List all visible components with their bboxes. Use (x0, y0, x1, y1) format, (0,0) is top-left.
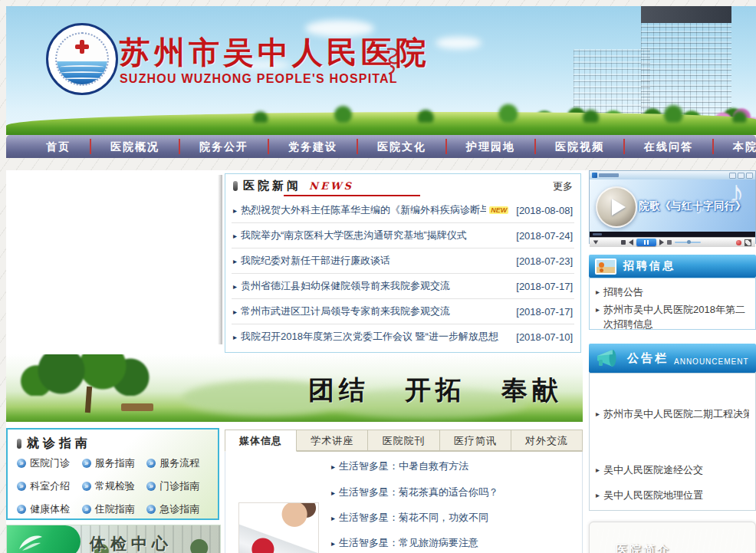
announcement-header: 公告栏 ANNOUNCEMENT (589, 344, 756, 373)
checkup-center-title: 体检中心 (90, 533, 173, 553)
tab-journal[interactable]: 医院院刊 (368, 430, 439, 451)
announcement-subtitle: ANNOUNCEMENT (674, 357, 749, 366)
news-item-title[interactable]: 贵州省德江县妇幼保健院领导前来我院参观交流 (241, 279, 450, 293)
play-button[interactable] (596, 186, 637, 228)
recruit-panel: ▸ 招聘公告 ▸ 苏州市吴中人民医院2018年第二次招聘信息 (589, 278, 756, 330)
hospital-news-panel: 医院新闻 NEWS 更多 ▸ 热烈祝贺大外科主任陈革华主编的《新编外科疾病诊断与… (225, 173, 581, 353)
news-item-title[interactable]: 我院召开2018年度第三次党委工作会议 暨“进一步解放思想 (241, 330, 498, 344)
guide-link-outpatient[interactable]: »医院门诊 (17, 456, 81, 470)
player-title-bar (590, 171, 755, 179)
minimize-icon[interactable] (729, 173, 736, 179)
main-navigation: 首页 医院概况 院务公开 党务建设 医院文化 护理园地 医院视频 在线问答 本院… (6, 135, 756, 158)
news-header: 医院新闻 NEWS 更多 (225, 174, 580, 198)
arrow-icon: ▸ (233, 206, 237, 215)
recruit-title: 招聘信息 (623, 259, 675, 273)
announcement-link[interactable]: ▸ 吴中人民医院地理位置 (596, 489, 749, 503)
volume-slider[interactable] (675, 242, 701, 243)
menu-icon[interactable] (593, 241, 598, 245)
tree-trunk (85, 387, 92, 413)
nav-item-home[interactable]: 首页 (26, 135, 90, 158)
news-item-row[interactable]: ▸ 热烈祝贺大外科主任陈革华主编的《新编外科疾病诊断与治 NEW [2018-0… (232, 198, 574, 223)
tab-lectures[interactable]: 学术讲座 (297, 430, 368, 451)
tab-media-info[interactable]: 媒体信息 (225, 430, 297, 452)
news-item-title[interactable]: 热烈祝贺大外科主任陈革华主编的《新编外科疾病诊断与治 (241, 203, 486, 217)
close-icon[interactable] (746, 173, 753, 179)
slideshow-placeholder (6, 170, 222, 349)
treeline (205, 103, 756, 123)
tab-strip: 媒体信息 学术讲座 医院院刊 医疗简讯 对外交流 (225, 430, 583, 452)
news-item-title[interactable]: 我院纪委对新任干部进行廉政谈话 (241, 254, 390, 268)
slogan-banner: 团结 开拓 奉献 (6, 354, 583, 422)
news-item-row[interactable]: ▸ 我院召开2018年度第三次党委工作会议 暨“进一步解放思想 [2018-07… (232, 324, 574, 349)
guide-link-service-flow[interactable]: »服务流程 (146, 456, 210, 470)
player-controls (590, 237, 755, 247)
guide-link-health-checkup[interactable]: »健康体检 (17, 502, 81, 516)
post-link[interactable]: ▸ 生活智多星：菊花茶真的适合你吗？ (331, 486, 498, 499)
arrow-icon: ▸ (331, 462, 335, 471)
pause-button[interactable] (636, 239, 656, 246)
guide-link-outpatient-guide[interactable]: »门诊指南 (146, 479, 210, 493)
playlist-icon[interactable] (667, 240, 672, 245)
red-underline (284, 195, 420, 196)
tab-exchange[interactable]: 对外交流 (511, 430, 583, 451)
post-link[interactable]: ▸ 生活智多星：中暑自救有方法 (331, 459, 468, 473)
media-tabs-panel: 媒体信息 学术讲座 医院院刊 医疗简讯 对外交流 ▸ 生活智多星：中暑自救有方法… (225, 430, 583, 553)
player-viewport[interactable]: ♪ ♪ 院歌《与红十字同行》 (590, 179, 755, 232)
nav-item-nursing[interactable]: 护理园地 (446, 135, 535, 158)
nav-item-video[interactable]: 医院视频 (535, 135, 624, 158)
recruit-link[interactable]: ▸ 招聘公告 (596, 285, 749, 300)
announcement-link[interactable]: ▸ 吴中人民医院途经公交 (596, 463, 749, 478)
calligraphy-seal-icon (383, 46, 403, 77)
previous-icon[interactable] (629, 239, 633, 245)
fullscreen-icon[interactable] (744, 239, 751, 246)
video-player[interactable]: ♪ ♪ 院歌《与红十字同行》 (589, 170, 756, 244)
intro-building-photo: 医院简介 (597, 529, 748, 553)
building-roof (641, 6, 731, 23)
guide-link-emergency-guide[interactable]: »急诊指南 (146, 502, 210, 516)
next-icon[interactable] (659, 239, 664, 245)
recruit-photo-icon (595, 258, 616, 275)
arrow-icon: ▸ (331, 539, 335, 548)
news-more-link[interactable]: 更多 (553, 179, 573, 193)
news-item-row[interactable]: ▸ 贵州省德江县妇幼保健院领导前来我院参观交流 [2018-07-17] (232, 274, 574, 299)
maximize-icon[interactable] (738, 173, 744, 179)
circle-arrow-icon: » (17, 482, 26, 491)
recruit-link[interactable]: ▸ 苏州市吴中人民医院2018年第二次招聘信息 (596, 303, 749, 332)
checkup-center-banner[interactable]: 体检中心 (6, 525, 221, 553)
section-bullet-icon (233, 181, 238, 191)
hospital-logo[interactable] (46, 23, 118, 95)
nav-item-culture[interactable]: 医院文化 (357, 135, 446, 158)
announcement-link[interactable]: ▸ 苏州市吴中人民医院二期工程决策事 (596, 407, 749, 422)
nav-item-qa[interactable]: 在线问答 (624, 135, 713, 158)
guide-link-routine-tests[interactable]: »常规检验 (82, 479, 146, 493)
player-status-bar (590, 232, 755, 237)
tab-medical-briefs[interactable]: 医疗简讯 (440, 430, 511, 451)
news-item-row[interactable]: ▸ 我院举办“南京医科大学医患沟通研究基地”揭牌仪式 [2018-07-24] (232, 223, 574, 249)
record-icon[interactable] (736, 240, 741, 245)
post-photo (238, 502, 319, 553)
circle-arrow-icon: » (82, 505, 91, 514)
arrow-icon: ▸ (233, 232, 237, 240)
news-item-title[interactable]: 我院举办“南京医科大学医患沟通研究基地”揭牌仪式 (241, 229, 467, 242)
nav-item-open-affairs[interactable]: 院务公开 (179, 135, 268, 158)
news-item-date: [2018-07-24] (508, 230, 573, 242)
nav-item-party[interactable]: 党务建设 (268, 135, 357, 158)
news-item-row[interactable]: ▸ 我院纪委对新任干部进行廉政谈话 [2018-07-23] (232, 249, 574, 274)
post-link[interactable]: ▸ 生活智多星：常见旅游病要注意 (331, 536, 478, 550)
nav-item-overview[interactable]: 医院概况 (90, 135, 179, 158)
news-item-row[interactable]: ▸ 常州市武进区卫计局领导专家前来我院参观交流 [2018-07-17] (232, 299, 574, 324)
nav-item-pharmacy[interactable]: 本院药讯 (713, 135, 756, 158)
guide-link-departments[interactable]: »科室介绍 (17, 479, 81, 493)
post-link[interactable]: ▸ 生活智多星：菊花不同，功效不同 (331, 511, 488, 525)
hospital-intro-panel[interactable]: 医院简介 (589, 522, 756, 553)
tab-content: ▸ 生活智多星：中暑自救有方法 ▸ 生活智多星：菊花茶真的适合你吗？ ▸ 生活智… (225, 452, 583, 553)
intro-title: 医院简介 (616, 543, 671, 553)
recruit-header: 招聘信息 (589, 255, 756, 278)
guide-link-inpatient-guide[interactable]: »住院指南 (82, 502, 146, 516)
guide-link-service-guide[interactable]: »服务指南 (82, 456, 146, 470)
stop-icon[interactable] (621, 240, 626, 245)
visit-guide-panel: 就诊指南 »医院门诊 »服务指南 »服务流程 »科室介绍 »常规检验 »门诊指南… (6, 428, 219, 520)
news-item-title[interactable]: 常州市武进区卫计局领导专家前来我院参观交流 (241, 304, 450, 318)
bench (121, 403, 153, 411)
announcement-panel: ▸ 苏州市吴中人民医院二期工程决策事 ▸ 吴中人民医院途经公交 ▸ 吴中人民医院… (589, 373, 756, 511)
